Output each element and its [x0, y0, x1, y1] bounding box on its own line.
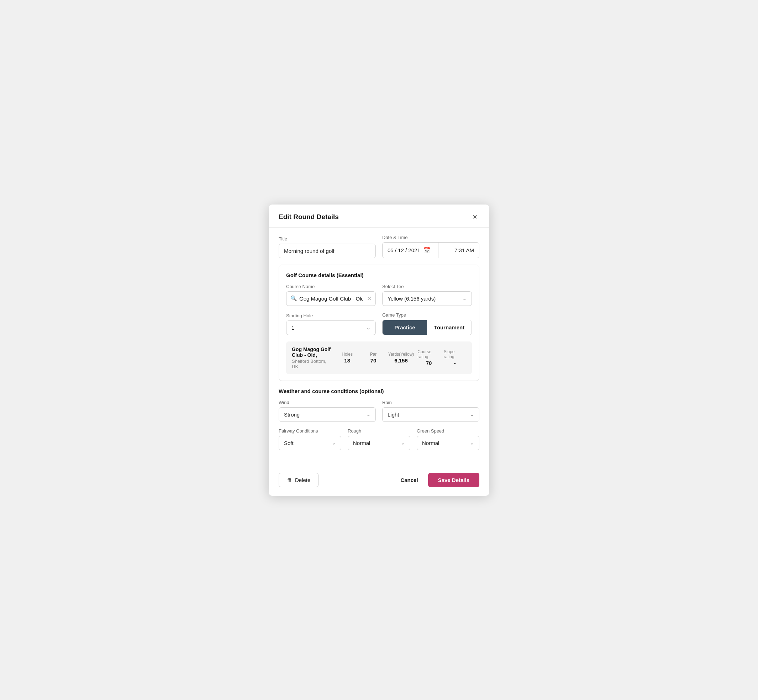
green-speed-dropdown[interactable]: Normal — [417, 436, 479, 450]
weather-section-title: Weather and course conditions (optional) — [279, 388, 479, 394]
wind-wrapper: Strong ⌄ — [279, 407, 376, 422]
fairway-label: Fairway Conditions — [279, 428, 341, 434]
starting-hole-group: Starting Hole 1 ⌄ — [286, 313, 376, 335]
rough-label: Rough — [348, 428, 410, 434]
tournament-button[interactable]: Tournament — [427, 320, 471, 335]
search-icon: 🔍 — [290, 295, 297, 302]
holes-stat: Holes 18 — [336, 352, 359, 364]
save-button[interactable]: Save Details — [428, 473, 479, 487]
wind-label: Wind — [279, 400, 376, 405]
edit-round-modal: Edit Round Details × Title Date & Time 0… — [269, 205, 489, 496]
wind-dropdown[interactable]: Strong — [279, 407, 376, 422]
modal-title: Edit Round Details — [279, 213, 339, 221]
golf-course-title: Golf Course details (Essential) — [286, 272, 472, 278]
green-speed-wrapper: Normal ⌄ — [417, 436, 479, 450]
course-rating-label: Course rating — [417, 349, 440, 359]
course-name-tee-row: Course Name 🔍 ✕ Select Tee Yellow (6,156… — [286, 284, 472, 306]
course-info-name: Gog Magog Golf Club - Old, — [292, 347, 332, 358]
title-group: Title — [279, 236, 376, 258]
fairway-group: Fairway Conditions Soft ⌄ — [279, 428, 341, 450]
date-value: 05 / 12 / 2021 — [388, 247, 420, 253]
date-time-display: 05 / 12 / 2021 📅 7:31 AM — [382, 242, 479, 258]
course-rating-stat: Course rating 70 — [417, 349, 440, 366]
starting-hole-label: Starting Hole — [286, 313, 376, 318]
cancel-button[interactable]: Cancel — [397, 473, 421, 487]
rain-wrapper: Light ⌄ — [382, 407, 479, 422]
yards-stat: Yards(Yellow) 6,156 — [388, 352, 414, 364]
course-info-bar: Gog Magog Golf Club - Old, Shelford Bott… — [286, 341, 472, 374]
rough-dropdown[interactable]: Normal — [348, 436, 410, 450]
rough-group: Rough Normal ⌄ — [348, 428, 410, 450]
course-info-location: Shelford Bottom, UK — [292, 359, 332, 369]
course-name-wrapper: 🔍 ✕ — [286, 291, 376, 306]
select-tee-group: Select Tee Yellow (6,156 yards) ⌄ — [382, 284, 472, 306]
par-value: 70 — [370, 358, 376, 364]
modal-body: Title Date & Time 05 / 12 / 2021 📅 7:31 … — [269, 228, 489, 465]
slope-rating-stat: Slope rating - — [444, 349, 466, 366]
par-stat: Par 70 — [362, 352, 384, 364]
datetime-group: Date & Time 05 / 12 / 2021 📅 7:31 AM — [382, 235, 479, 258]
wind-group: Wind Strong ⌄ — [279, 400, 376, 422]
slope-rating-value: - — [454, 360, 456, 366]
weather-section: Weather and course conditions (optional)… — [279, 388, 479, 450]
course-name-label: Course Name — [286, 284, 376, 289]
par-label: Par — [370, 352, 377, 357]
title-label: Title — [279, 236, 376, 242]
title-datetime-row: Title Date & Time 05 / 12 / 2021 📅 7:31 … — [279, 235, 479, 258]
select-tee-dropdown[interactable]: Yellow (6,156 yards) — [382, 291, 472, 306]
rain-group: Rain Light ⌄ — [382, 400, 479, 422]
game-type-label: Game Type — [382, 312, 472, 318]
trash-icon: 🗑 — [287, 477, 292, 483]
green-speed-label: Green Speed — [417, 428, 479, 434]
golf-course-section: Golf Course details (Essential) Course N… — [279, 265, 479, 381]
practice-button[interactable]: Practice — [382, 320, 427, 335]
clear-icon[interactable]: ✕ — [367, 295, 371, 302]
game-type-toggle: Practice Tournament — [382, 320, 472, 335]
modal-footer: 🗑 Delete Cancel Save Details — [269, 467, 489, 496]
footer-right: Cancel Save Details — [397, 473, 479, 487]
course-name-input[interactable] — [286, 291, 376, 306]
rain-label: Rain — [382, 400, 479, 405]
select-tee-wrapper: Yellow (6,156 yards) ⌄ — [382, 291, 472, 306]
fairway-rough-green-row: Fairway Conditions Soft ⌄ Rough Normal — [279, 428, 479, 450]
green-speed-group: Green Speed Normal ⌄ — [417, 428, 479, 450]
course-name-group: Course Name 🔍 ✕ — [286, 284, 376, 306]
yards-value: 6,156 — [394, 358, 408, 364]
yards-label: Yards(Yellow) — [388, 352, 414, 357]
delete-button[interactable]: 🗑 Delete — [279, 473, 318, 487]
fairway-dropdown[interactable]: Soft — [279, 436, 341, 450]
starting-hole-game-type-row: Starting Hole 1 ⌄ Game Type Practice Tou… — [286, 312, 472, 335]
fairway-wrapper: Soft ⌄ — [279, 436, 341, 450]
starting-hole-dropdown[interactable]: 1 — [286, 320, 376, 335]
holes-value: 18 — [344, 358, 350, 364]
delete-label: Delete — [295, 477, 310, 483]
wind-rain-row: Wind Strong ⌄ Rain Light ⌄ — [279, 400, 479, 422]
starting-hole-wrapper: 1 ⌄ — [286, 320, 376, 335]
time-part[interactable]: 7:31 AM — [439, 242, 479, 258]
modal-header: Edit Round Details × — [269, 205, 489, 228]
close-button[interactable]: × — [470, 212, 479, 222]
rain-dropdown[interactable]: Light — [382, 407, 479, 422]
select-tee-label: Select Tee — [382, 284, 472, 289]
time-value: 7:31 AM — [454, 247, 474, 253]
course-info-name-group: Gog Magog Golf Club - Old, Shelford Bott… — [292, 347, 332, 369]
game-type-group: Game Type Practice Tournament — [382, 312, 472, 335]
rough-wrapper: Normal ⌄ — [348, 436, 410, 450]
holes-label: Holes — [341, 352, 353, 357]
datetime-label: Date & Time — [382, 235, 479, 240]
slope-rating-label: Slope rating — [444, 349, 466, 359]
title-input[interactable] — [279, 244, 376, 258]
calendar-icon: 📅 — [423, 247, 431, 254]
date-part[interactable]: 05 / 12 / 2021 📅 — [382, 242, 439, 258]
course-rating-value: 70 — [426, 360, 432, 366]
